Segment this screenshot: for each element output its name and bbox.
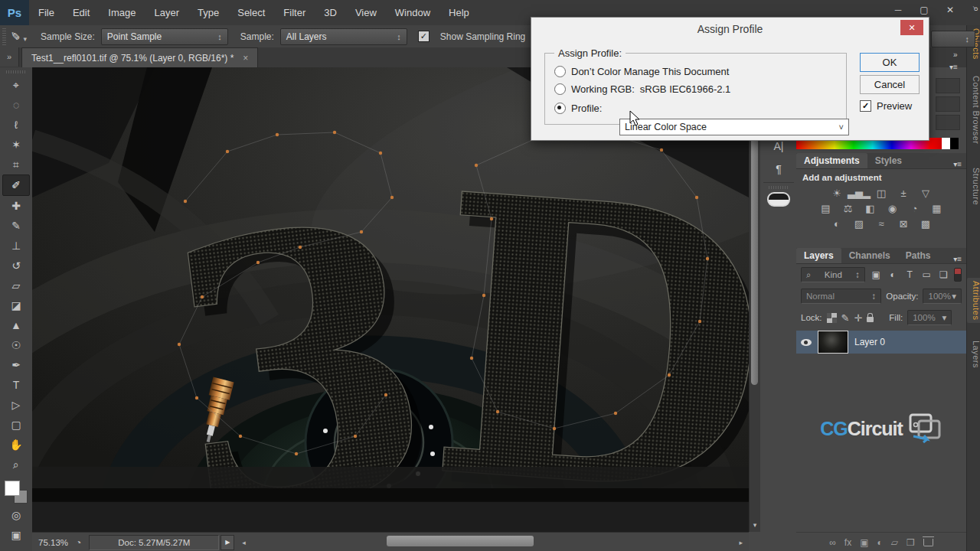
layer-row[interactable]: Layer 0 <box>796 331 966 354</box>
color-lookup-icon[interactable]: ▦ <box>929 202 946 214</box>
quick-mask-button[interactable]: ◎ <box>3 505 29 525</box>
layer-filter-dropdown[interactable]: ⌕ Kind ↕ <box>801 267 865 282</box>
marquee-tool[interactable]: ◌ <box>3 95 29 115</box>
tab-styles[interactable]: Styles <box>867 153 910 168</box>
foreground-color-swatch[interactable] <box>5 481 20 496</box>
lock-position-icon[interactable]: ✛ <box>854 312 862 324</box>
menu-layer[interactable]: Layer <box>145 0 189 25</box>
zoom-level[interactable]: 75.13% <box>38 538 68 547</box>
scroll-right-icon[interactable]: ▸ <box>739 539 743 546</box>
search-icon[interactable]: ⌕ <box>969 6 980 11</box>
menu-select[interactable]: Select <box>228 0 274 25</box>
delete-layer-icon[interactable] <box>923 539 933 546</box>
tab-content-browser[interactable]: Content Browser <box>967 73 980 147</box>
move-tool[interactable]: ⌖ <box>3 75 29 95</box>
filter-type-layers-icon[interactable]: T <box>903 269 916 280</box>
filter-adjustment-layers-icon[interactable]: ◐ <box>887 269 899 280</box>
white-swatch[interactable] <box>942 138 950 149</box>
layer-visibility-icon[interactable] <box>801 339 812 346</box>
tab-adjustments[interactable]: Adjustments <box>796 153 867 168</box>
preview-checkbox[interactable]: ✓ <box>860 100 871 112</box>
link-layers-icon[interactable]: ∞ <box>829 537 836 548</box>
curves-icon[interactable]: ◫ <box>873 187 890 199</box>
working-rgb-radio[interactable] <box>554 83 566 95</box>
horizontal-scrollbar-thumb[interactable] <box>387 536 534 546</box>
history-brush-tool[interactable]: ↺ <box>3 256 29 276</box>
layer-mask-icon[interactable]: ▣ <box>860 537 868 548</box>
layer-thumbnail[interactable] <box>818 331 848 354</box>
mini-bridge-panel-icon[interactable] <box>767 192 790 207</box>
cancel-button[interactable]: Cancel <box>860 75 920 94</box>
shape-tool[interactable]: ▢ <box>3 415 29 435</box>
lasso-tool[interactable]: ℓ <box>3 115 29 135</box>
clone-stamp-tool[interactable]: ⊥ <box>3 236 29 256</box>
dock-grip[interactable] <box>769 186 789 189</box>
menu-help[interactable]: Help <box>439 0 479 25</box>
color-swatches[interactable] <box>5 481 28 504</box>
scroll-down-icon[interactable]: ▾ <box>750 521 760 529</box>
path-selection-tool[interactable]: ▷ <box>3 395 29 415</box>
type-tool[interactable]: T <box>3 375 29 395</box>
new-adjustment-layer-icon[interactable]: ◐ <box>877 537 883 548</box>
brightness-contrast-icon[interactable]: ☀ <box>828 187 845 199</box>
profile-radio[interactable] <box>554 103 566 114</box>
tool-preset-arrow-icon[interactable]: ▾ <box>24 35 28 43</box>
show-sampling-ring-checkbox[interactable]: ✓ <box>418 31 430 42</box>
tab-attributes[interactable]: Attributes <box>967 278 980 323</box>
lock-pixels-icon[interactable]: ✎ <box>841 312 850 324</box>
vibrance-icon[interactable]: ▽ <box>917 187 934 199</box>
panel-collapse-icon[interactable]: » <box>0 47 19 67</box>
fill-dropdown[interactable]: 100% ▾ <box>907 310 952 325</box>
brush-tool[interactable]: ✎ <box>3 216 29 236</box>
close-dialog-button[interactable]: ✕ <box>900 20 923 35</box>
invert-icon[interactable]: ◐ <box>828 217 845 230</box>
menu-file[interactable]: File <box>29 0 64 25</box>
sample-dropdown[interactable]: All Layers ↕ <box>280 28 407 45</box>
sample-size-dropdown[interactable]: Point Sample ↕ <box>101 28 228 45</box>
panel-menu-icon[interactable]: ▾≡ <box>949 63 958 71</box>
zoom-tool[interactable]: ⌕ <box>3 455 29 474</box>
scroll-left-icon[interactable]: ◂ <box>242 539 246 546</box>
tab-layers[interactable]: Layers <box>796 248 841 263</box>
new-group-icon[interactable]: ▱ <box>891 537 898 548</box>
dodge-tool[interactable]: ☉ <box>3 335 29 355</box>
tab-channels[interactable]: Channels <box>841 248 898 263</box>
menu-3d[interactable]: 3D <box>315 0 346 25</box>
menu-edit[interactable]: Edit <box>64 0 99 25</box>
menu-window[interactable]: Window <box>386 0 439 25</box>
magic-wand-tool[interactable]: ✶ <box>3 135 29 155</box>
ok-button[interactable]: OK <box>860 53 920 72</box>
gradient-tool[interactable]: ◪ <box>3 295 29 315</box>
eyedropper-tool[interactable]: ✐ <box>2 174 30 196</box>
opacity-dropdown[interactable]: 100% ▾ <box>923 289 962 304</box>
tab-paths[interactable]: Paths <box>898 248 939 263</box>
panel-collapse-icon[interactable]: » <box>953 51 958 59</box>
status-options-button[interactable]: ▶ <box>220 535 234 550</box>
menu-image[interactable]: Image <box>99 0 145 25</box>
menu-view[interactable]: View <box>346 0 386 25</box>
menu-type[interactable]: Type <box>188 0 228 25</box>
posterize-icon[interactable]: ▨ <box>851 217 867 230</box>
pen-tool[interactable]: ✒ <box>3 355 29 375</box>
panel-menu-icon[interactable]: ▾≡ <box>953 255 966 263</box>
document-tab[interactable]: Test1__refl0101.tif @ 75.1% (Layer 0, RG… <box>21 47 258 67</box>
gradient-map-icon[interactable]: ⊠ <box>895 217 912 230</box>
hue-saturation-icon[interactable]: ▤ <box>818 202 835 214</box>
black-swatch[interactable] <box>950 138 959 149</box>
screen-mode-button[interactable]: ▣ <box>3 525 29 545</box>
close-window-button[interactable]: ✕ <box>937 0 963 20</box>
lock-all-icon[interactable] <box>867 317 874 322</box>
tab-layers-collapsed[interactable]: Layers <box>967 337 980 371</box>
menu-filter[interactable]: Filter <box>274 0 315 25</box>
threshold-icon[interactable]: ≈ <box>873 217 890 230</box>
selective-color-icon[interactable]: ▩ <box>917 217 934 230</box>
channel-mixer-icon[interactable]: ◔ <box>906 202 923 214</box>
black-white-icon[interactable]: ◧ <box>862 202 879 214</box>
blur-tool[interactable]: ▲ <box>3 315 29 335</box>
paragraph-panel-icon[interactable]: ¶ <box>766 159 792 179</box>
new-layer-icon[interactable]: ❒ <box>906 537 915 548</box>
blend-mode-dropdown[interactable]: Normal ↕ <box>801 289 881 304</box>
lock-transparency-icon[interactable] <box>827 313 837 323</box>
healing-brush-tool[interactable]: ✚ <box>3 196 29 216</box>
eraser-tool[interactable]: ▱ <box>3 276 29 295</box>
